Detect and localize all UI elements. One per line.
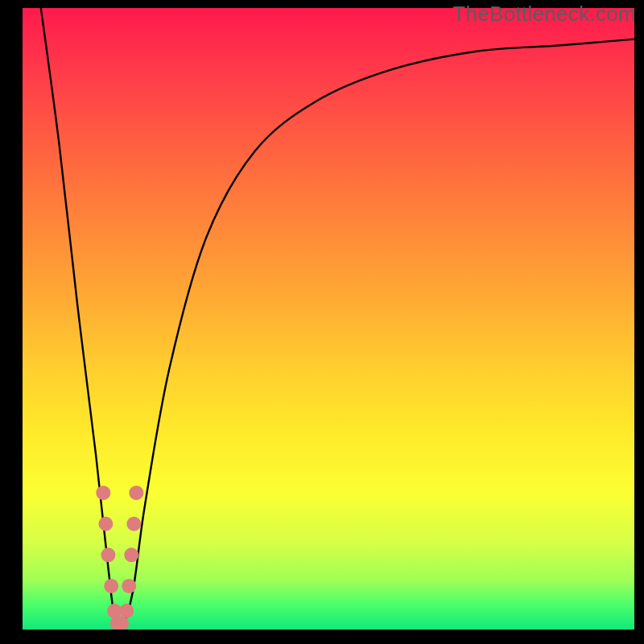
marker-dot bbox=[96, 485, 110, 500]
bottleneck-curve bbox=[23, 8, 634, 630]
plot-area bbox=[23, 8, 634, 630]
marker-dot bbox=[98, 517, 113, 531]
marker-dot bbox=[104, 579, 118, 593]
marker-dot bbox=[119, 604, 134, 618]
marker-dot bbox=[101, 547, 115, 562]
marker-dot bbox=[126, 517, 141, 531]
curve-path bbox=[41, 8, 634, 630]
chart-frame: TheBottleneck.com bbox=[0, 0, 644, 644]
marker-dot bbox=[107, 604, 122, 618]
marker-dot bbox=[129, 485, 143, 500]
marker-dot bbox=[122, 579, 136, 593]
marker-dot bbox=[124, 547, 138, 562]
marker-dot bbox=[114, 616, 129, 630]
marker-dot bbox=[110, 616, 125, 630]
